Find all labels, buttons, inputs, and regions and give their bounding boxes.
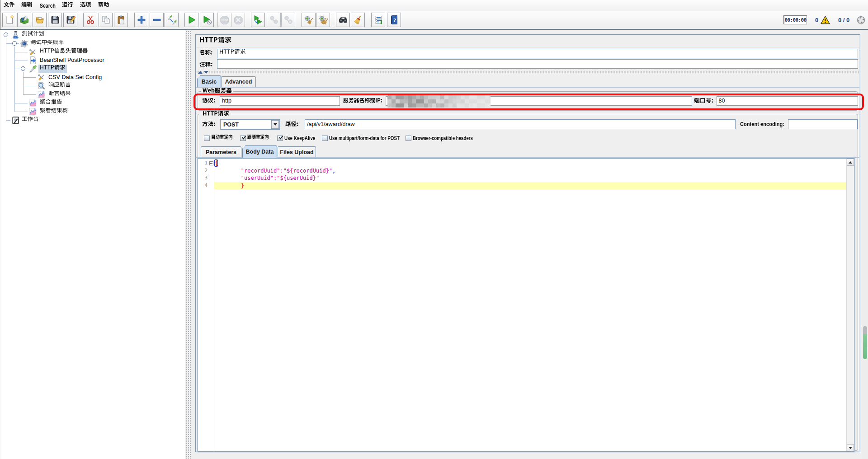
content-encoding-field[interactable] [788, 119, 858, 129]
scroll-down-button[interactable] [847, 444, 854, 451]
tab-parameters[interactable]: Parameters [201, 146, 241, 157]
checkbox-browser-headers-label: Browser-compatible headers [413, 135, 487, 143]
tab-advanced[interactable]: Advanced [221, 76, 256, 87]
toolbar-shutdown-button[interactable] [231, 13, 245, 27]
menu-help[interactable]: 帮助 [98, 0, 109, 11]
tree-item-assertion-results[interactable]: 断言结果 [0, 90, 185, 99]
code-line[interactable]: } [215, 182, 846, 190]
tree-item-response-assertion[interactable]: 响应断言 [0, 82, 185, 90]
path-label: 路径: [285, 122, 302, 130]
tab-files-upload[interactable]: Files Upload [278, 146, 316, 157]
testplan-icon [11, 31, 20, 39]
title-separator-line [196, 47, 859, 47]
start-icon [187, 15, 197, 25]
stop-icon [220, 15, 230, 25]
toolbar-stop-button[interactable] [217, 13, 231, 27]
collapse-all-icon [152, 15, 162, 25]
window-scrollbar-thumb[interactable] [863, 326, 867, 359]
split-divider[interactable] [185, 30, 192, 459]
window-scrollbar[interactable] [862, 30, 868, 459]
tree-expand-handle[interactable] [4, 33, 8, 37]
toolbar-cut-button[interactable] [83, 13, 97, 27]
fold-icon[interactable] [209, 161, 213, 165]
tree-item-beanshell-postprocessor[interactable]: BeanShell PostProcessor [0, 56, 185, 65]
toolbar-expand-all-button[interactable] [134, 13, 148, 27]
toolbar-search-button[interactable] [336, 13, 350, 27]
remote-start-all-icon [253, 15, 263, 25]
toolbar-open-button[interactable] [33, 13, 47, 27]
method-dropdown-button[interactable] [271, 120, 279, 129]
toolbar-collapse-all-button[interactable] [150, 13, 164, 27]
toolbar-start-no-timers-button[interactable] [200, 13, 214, 27]
toolbar-copy-button[interactable] [99, 13, 113, 27]
toolbar-search-reset-button[interactable] [351, 13, 365, 27]
tree-expand-handle[interactable] [12, 41, 17, 46]
code-line[interactable]: { [215, 159, 846, 167]
warning-icon[interactable] [820, 15, 830, 25]
toolbar-save-as-button[interactable] [63, 13, 77, 27]
toolbar-function-helper-button[interactable] [371, 13, 385, 27]
tree-expand-handle[interactable] [21, 66, 25, 71]
tab-basic[interactable]: Basic [197, 75, 221, 87]
body-data-editor[interactable]: 1234{ "recordUuid":"${recordUuid}", "use… [198, 158, 854, 452]
menu-options[interactable]: 选项 [80, 0, 91, 11]
toolbar-remote-shutdown-all-button[interactable] [281, 13, 295, 27]
toolbar-remote-stop-all-button[interactable] [267, 13, 281, 27]
line-number: 2 [198, 167, 208, 175]
toolbar: 00:00:0000 / 0 [0, 11, 868, 30]
tree-item-http-request[interactable]: HTTP请求 [0, 65, 185, 73]
toolbar-new-button[interactable] [2, 13, 16, 27]
scroll-up-button[interactable] [847, 159, 854, 166]
path-field[interactable]: /api/v1/award/draw [305, 119, 736, 129]
new-icon [5, 15, 14, 25]
arrow-down-icon [849, 447, 852, 449]
name-field[interactable]: HTTP请求 [217, 49, 858, 58]
toolbar-clear-button[interactable] [302, 13, 316, 27]
code-line[interactable]: "recordUuid":"${recordUuid}", [215, 167, 846, 175]
menu-search[interactable]: Search [40, 0, 58, 11]
tree-item-aggregate-report[interactable]: 聚合报告 [0, 99, 185, 108]
check-icon [278, 135, 284, 141]
search-icon [338, 15, 348, 25]
tree-item-thread-group[interactable]: 测试中奖概率 [0, 39, 185, 48]
checkbox-follow-redirects[interactable] [240, 136, 246, 141]
toolbar-help-button[interactable] [387, 13, 401, 27]
comment-field[interactable] [217, 59, 858, 69]
tree-item-view-results-tree[interactable]: 察看结果树 [0, 108, 185, 116]
postprocessor-icon [28, 56, 37, 65]
menu-file[interactable]: 文件 [4, 0, 14, 11]
checkbox-use-keepalive[interactable] [277, 136, 283, 141]
toolbar-toggle-button[interactable] [165, 13, 179, 27]
editor-scrollbar[interactable] [846, 159, 854, 451]
line-number: 3 [198, 174, 208, 182]
toolbar-start-button[interactable] [184, 13, 198, 27]
checkbox-multipart-post[interactable] [322, 136, 328, 141]
line-number: 4 [198, 182, 208, 190]
workbench-icon [11, 116, 20, 125]
toolbar-save-button[interactable] [48, 13, 62, 27]
search-reset-icon [353, 15, 363, 25]
code-line[interactable]: "userUuid":"${userUuid}" [215, 174, 846, 182]
clear-all-icon [318, 15, 328, 25]
menu-run[interactable]: 运行 [62, 0, 73, 11]
collapse-up-icon[interactable] [198, 71, 203, 74]
tree-item-workbench[interactable]: 工作台 [0, 116, 185, 125]
tree-item-csv-data-set-config[interactable]: CSV Data Set Config [0, 73, 185, 82]
toolbar-clear-all-button[interactable] [316, 13, 330, 27]
method-select[interactable]: POST [220, 119, 280, 130]
shutdown-icon [233, 15, 243, 25]
tree-item-test-plan[interactable]: 测试计划 [0, 31, 185, 39]
checkbox-browser-headers[interactable] [406, 136, 411, 141]
toolbar-templates-button[interactable] [17, 13, 31, 27]
copy-icon [101, 15, 111, 25]
collapse-down-icon[interactable] [204, 71, 208, 74]
section-divider[interactable] [196, 70, 859, 74]
tree-item-http-header-manager[interactable]: HTTP信息头管理器 [0, 48, 185, 56]
tab-body-data[interactable]: Body Data [242, 145, 277, 158]
http-request-panel: HTTP请求名称:HTTP请求注释:BasicAdvancedWeb服务器协议:… [192, 30, 862, 459]
menu-edit[interactable]: 编辑 [21, 0, 32, 11]
checkbox-auto-redirects[interactable] [204, 136, 210, 141]
toolbar-paste-button[interactable] [114, 13, 128, 27]
toolbar-remote-start-all-button[interactable] [251, 13, 265, 27]
listener-icon [28, 108, 37, 116]
